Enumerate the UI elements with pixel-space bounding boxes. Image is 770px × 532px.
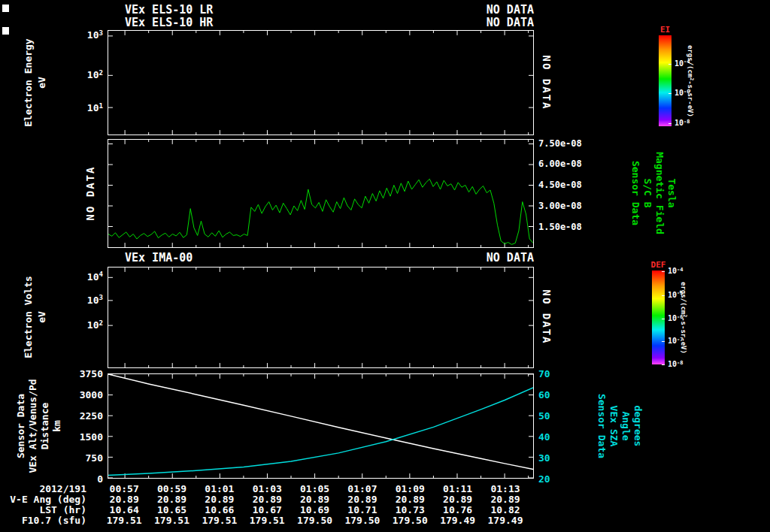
panel2-right-label: Sensor Data xyxy=(631,161,641,225)
panel1-ytick: 101 xyxy=(87,103,103,113)
panel4-left-label: km xyxy=(52,420,62,432)
table-row-label: LST (hr) xyxy=(39,505,86,515)
panel2-ytick: 3.00e-08 xyxy=(538,201,582,210)
table-value: 20.89 xyxy=(110,494,139,504)
panel4-ytick-left: 0 xyxy=(97,474,103,484)
panel1-ylabel: Electron Energy xyxy=(23,38,33,126)
def-colorbar-tickmark xyxy=(662,364,665,365)
table-value: 10.73 xyxy=(396,505,425,515)
panel4-ytick-left: 2250 xyxy=(80,411,103,421)
table-value: 179.51 xyxy=(250,515,285,525)
ei-colorbar-tickmark xyxy=(668,64,671,65)
table-value: 179.50 xyxy=(393,515,428,525)
table-value: 179.50 xyxy=(297,515,332,525)
date-label: 2012/191 xyxy=(39,484,86,494)
table-value: 20.89 xyxy=(396,494,425,504)
panel4-right-label: Sensor Data xyxy=(597,394,607,458)
panel2-ytick: 1.50e-08 xyxy=(538,222,582,231)
panel4-ytick-right: 20 xyxy=(538,474,550,484)
table-value: 179.51 xyxy=(154,515,189,525)
panel1-no-data: NO DATA xyxy=(541,55,552,110)
panel4-ytick-right: 50 xyxy=(538,411,550,421)
panel2-ytick: 6.00e-08 xyxy=(538,159,582,168)
panel2-no-data: NO DATA xyxy=(85,165,95,220)
xtick-label: 01:11 xyxy=(443,484,472,494)
panel4-right-label: Angle xyxy=(621,411,631,440)
panel1-ytick: 102 xyxy=(87,71,103,80)
def-colorbar-tickmark xyxy=(662,295,665,296)
xtick-label: 01:01 xyxy=(205,484,234,494)
table-value: 20.89 xyxy=(490,494,520,504)
table-value: 179.50 xyxy=(344,515,380,525)
panel4-right-label: VEx SZA xyxy=(609,406,619,447)
panel4-left-label: Sensor Data xyxy=(16,394,26,458)
table-value: 10.82 xyxy=(490,505,520,515)
panel4-right-label: degrees xyxy=(633,406,643,447)
table-value: 10.66 xyxy=(205,505,234,515)
xtick-label: 01:13 xyxy=(490,484,520,494)
panel3-yunit: eV xyxy=(37,311,47,323)
def-colorbar-unit: ergs/(cm2-s-sr-eV) xyxy=(680,282,687,354)
panel2-ytick: 7.50e-08 xyxy=(538,139,582,148)
xtick-label: 01:09 xyxy=(396,484,425,494)
table-value: 10.76 xyxy=(443,505,472,515)
panel2-right-label: S/C B xyxy=(643,178,653,207)
panel4-ytick-right: 70 xyxy=(538,369,550,379)
panel3-ytick: 103 xyxy=(87,295,103,305)
xtick-label: 01:03 xyxy=(253,484,282,494)
vex-summary-plot: VEx ELS-10 LR NO DATA VEx ELS-10 HR NO D… xyxy=(0,0,770,532)
panel1-yunit: eV xyxy=(37,77,47,89)
def-colorbar-tickmark xyxy=(662,319,665,319)
panel4-ytick-left: 3000 xyxy=(80,390,103,400)
table-value: 10.67 xyxy=(253,505,282,515)
xtick-label: 01:05 xyxy=(300,484,329,494)
panel3-ylabel: Electron Volts xyxy=(23,276,33,358)
def-colorbar-tick: 10-4 xyxy=(668,268,683,275)
table-value: 20.89 xyxy=(443,494,472,504)
panel1-ytick: 103 xyxy=(87,30,103,40)
table-value: 10.69 xyxy=(300,505,329,515)
panel3-ytick: 102 xyxy=(87,321,103,331)
table-value: 179.49 xyxy=(440,515,475,525)
def-colorbar-title: DEF xyxy=(651,261,666,269)
table-value: 10.65 xyxy=(157,505,186,515)
table-value: 179.51 xyxy=(202,515,237,525)
panel4-left-label: Distance xyxy=(40,403,50,450)
panel4-ytick-right: 30 xyxy=(538,453,550,463)
xtick-label: 01:07 xyxy=(347,484,377,494)
table-value: 20.89 xyxy=(347,494,377,504)
ei-colorbar-tick: 10-8 xyxy=(675,119,690,127)
xtick-label: 00:59 xyxy=(157,484,186,494)
panel2-ytick: 4.50e-08 xyxy=(538,180,582,189)
ei-colorbar-tickmark xyxy=(668,123,671,124)
panel3-ytick: 104 xyxy=(87,272,103,282)
table-value: 20.89 xyxy=(205,494,234,504)
def-colorbar-tickmark xyxy=(662,341,665,342)
xtick-label: 00:57 xyxy=(110,484,139,494)
table-value: 179.49 xyxy=(488,515,523,525)
panel4-ytick-left: 750 xyxy=(86,453,103,463)
table-value: 20.89 xyxy=(157,494,186,504)
panel4-ytick-left: 1500 xyxy=(80,432,103,442)
table-row-label: V-E Ang (deg) xyxy=(10,494,86,504)
ei-colorbar-tickmark xyxy=(668,93,671,94)
table-value: 10.71 xyxy=(347,505,377,515)
panel4-left-label: VEx Alt/Venus/Pd xyxy=(28,379,38,473)
ei-colorbar-unit: ergs/(cm2-s-sr-eV) xyxy=(687,45,693,117)
ei-colorbar-title: EI xyxy=(660,26,670,34)
def-colorbar-tick: 10-8 xyxy=(668,361,683,368)
table-value: 179.51 xyxy=(107,515,142,525)
panel4-ytick-left: 3750 xyxy=(80,369,103,379)
panel3-no-data: NO DATA xyxy=(541,289,552,344)
labels-overlay: 1031021011041031027.50e-086.00e-084.50e-… xyxy=(0,0,770,532)
def-colorbar-tickmark xyxy=(662,271,665,272)
table-value: 10.64 xyxy=(110,505,139,515)
table-value: 20.89 xyxy=(300,494,329,504)
panel4-ytick-right: 40 xyxy=(538,432,550,442)
table-row-label: F10.7 (sfu) xyxy=(22,515,86,525)
panel4-ytick-right: 60 xyxy=(538,390,550,400)
panel2-right-label: Tesla xyxy=(667,178,677,207)
panel2-right-label: Magnetic Field xyxy=(655,152,665,234)
table-value: 20.89 xyxy=(253,494,282,504)
